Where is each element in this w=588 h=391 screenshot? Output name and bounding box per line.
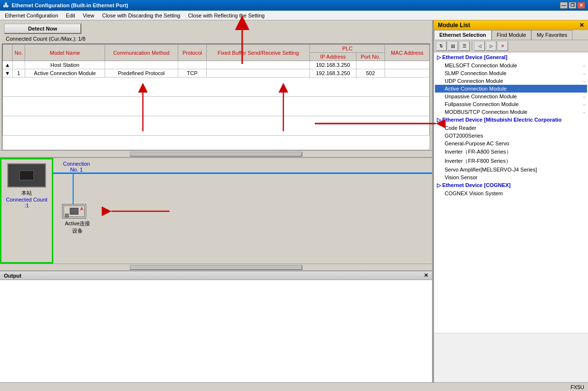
menu-view[interactable]: View [80,12,97,19]
category-ethernet-mitsubishi[interactable]: ▷ Ethernet Device [Mitsubishi Electric C… [435,116,587,124]
restore-button[interactable]: ❐ [569,2,576,9]
item-fullpassive-label: Fullpassive Connection Module [445,101,583,107]
module-tree[interactable]: ▷ Ethernet Device [General] MELSOFT Conn… [434,52,588,333]
no-header: No. [13,45,25,61]
window-title: Ethernet Configuration (Built-in Etherne… [12,2,128,8]
close-button[interactable]: ✕ [577,2,585,9]
tree-item-servo-melservo[interactable]: Servo Amplifier[MELSERVO-J4 Series] [435,166,587,173]
diagram-right-panel: ConnectionNo. 1 A Active连接设备 [53,158,432,264]
row0-comm [105,61,178,69]
diagram-hscroll-thumb[interactable] [130,265,303,270]
item-modbus-label: MODBUS/TCP Connection Module [445,109,583,115]
tree-item-code-reader[interactable]: Code Reader [435,124,587,132]
item-melsoft-label: MELSOFT Connection Module [445,63,583,68]
station-label: 本站 [21,189,32,197]
mac-address-header: MAC Address [385,45,430,61]
tree-item-modbus[interactable]: MODBUS/TCP Connection Module - [435,108,587,116]
tree-item-vision-sensor[interactable]: Vision Sensor [435,173,587,181]
row0-port [356,61,385,69]
item-slmp-value: - [583,70,585,76]
category-ethernet-general[interactable]: ▷ Ethernet Device [General] [435,53,587,62]
row0-model: Host Station [25,61,105,69]
tree-item-slmp[interactable]: SLMP Connection Module - [435,69,587,77]
item-udp-label: UDP Connection Module [445,78,583,84]
toolbar-separator [472,42,472,50]
sort-icon-btn[interactable]: ⇅ [436,41,447,51]
ip-address-header: IP Address [310,53,356,61]
category-expander-3: ▷ [437,182,442,188]
view-icon-btn[interactable]: ☰ [459,41,470,51]
menu-edit[interactable]: Edit [63,12,78,19]
config-table: No. Model Name Communication Method Prot… [2,44,430,136]
hscroll-thumb[interactable] [130,152,303,156]
filter-icon-btn[interactable]: ▤ [448,41,458,51]
tree-item-unpassive[interactable]: Unpassive Connection Module - [435,93,587,100]
back-icon-btn[interactable]: ◁ [474,41,485,51]
output-header: Output ✕ [0,271,432,280]
window-title-bar: 🖧 Ethernet Configuration (Built-in Ether… [0,0,588,11]
tab-ethernet-selection[interactable]: Ethernet Selection [434,30,492,40]
right-panel: Module List ✕ Ethernet Selection Find Mo… [433,20,588,391]
row1-comm: Predefined Protocol [105,69,178,78]
table-row: ▼ 1 Active Connection Module Predefined … [3,69,430,78]
row1-no: 1 [13,69,25,78]
tree-item-inverter-a800[interactable]: Inverter（FR-A800 Series） [435,147,587,156]
category-ethernet-cognex[interactable]: ▷ Ethernet Device [COGNEX] [435,181,587,189]
device-icon: A [62,204,86,219]
row1-proto: TCP [178,69,206,78]
tree-item-melsoft[interactable]: MELSOFT Connection Module - [435,62,587,69]
tree-item-cognex-vision[interactable]: COGNEX Vision System [435,189,587,197]
output-content [0,280,432,391]
tab-find-module[interactable]: Find Module [492,30,532,40]
diagram-hscroll[interactable] [0,264,432,270]
module-list-header: Module List ✕ [434,20,588,30]
diagram-left-panel: 本站 Connected Count:1 [0,158,53,264]
menu-bar: Ethernet Configuration Edit View Close w… [0,11,588,20]
menu-close-reflect[interactable]: Close with Reflecting the Setting [185,12,267,19]
nav-up-btn[interactable]: ▲ [3,61,13,69]
module-toolbar: ⇅ ▤ ☰ ◁ ▷ ✕ [434,40,588,52]
output-panel: Output ✕ [0,270,432,391]
table-row: ▲ Host Station 192.168.3.250 [3,61,430,69]
plc-group-header: PLC [310,45,385,53]
nav-down-btn[interactable]: ▼ [3,69,13,78]
tree-item-fullpassive[interactable]: Fullpassive Connection Module - [435,100,587,108]
tree-item-ac-servo[interactable]: General-Purpose AC Servo [435,140,587,147]
table-container[interactable]: No. Model Name Communication Method Prot… [2,44,430,150]
row0-mac [385,61,430,69]
item-slmp-label: SLMP Connection Module [445,70,583,76]
tree-item-udp[interactable]: UDP Connection Module - [435,77,587,85]
module-list-close[interactable]: ✕ [579,22,584,29]
item-vision-sensor-label: Vision Sensor [445,174,585,180]
item-got2000-label: GOT2000Series [445,133,585,139]
row1-model: Active Connection Module [25,69,105,78]
item-udp-value: - [583,78,585,84]
minimize-button[interactable]: — [560,2,568,9]
row0-ip: 192.168.3.250 [310,61,356,69]
empty-row [3,97,430,116]
tree-item-active-connection[interactable]: Active Connection Module - [435,85,587,93]
tree-item-got2000[interactable]: GOT2000Series [435,132,587,140]
window-icon: 🖧 [3,2,9,9]
station-icon-inner [19,171,34,180]
forward-icon-btn[interactable]: ▷ [486,41,496,51]
row1-fixed [207,69,310,78]
detect-now-button[interactable]: Detect Now [4,23,81,34]
tree-item-inverter-f800[interactable]: Inverter（FR-F800 Series） [435,156,587,166]
status-text: FX5U [571,384,584,390]
item-unpassive-value: - [583,94,585,99]
module-list-title: Module List [438,22,470,29]
connected-count-label: Connected Count (Cur./Max.): 1/8 [6,36,428,42]
output-close-btn[interactable]: ✕ [424,272,428,279]
row0-no [13,61,25,69]
comm-method-header: Communication Method [105,45,178,61]
table-hscroll[interactable] [0,150,432,157]
menu-close-discard[interactable]: Close with Discarding the Setting [99,12,183,19]
item-active-label: Active Connection Module [445,86,583,92]
delete-icon-btn[interactable]: ✕ [497,41,508,51]
row0-proto [178,61,206,69]
item-unpassive-label: Unpassive Connection Module [445,94,583,99]
tab-my-favorites[interactable]: My Favorites [531,30,573,40]
item-inverter-f800-label: Inverter（FR-F800 Series） [445,157,585,165]
menu-ethernet-config[interactable]: Ethernet Configuration [2,12,61,19]
